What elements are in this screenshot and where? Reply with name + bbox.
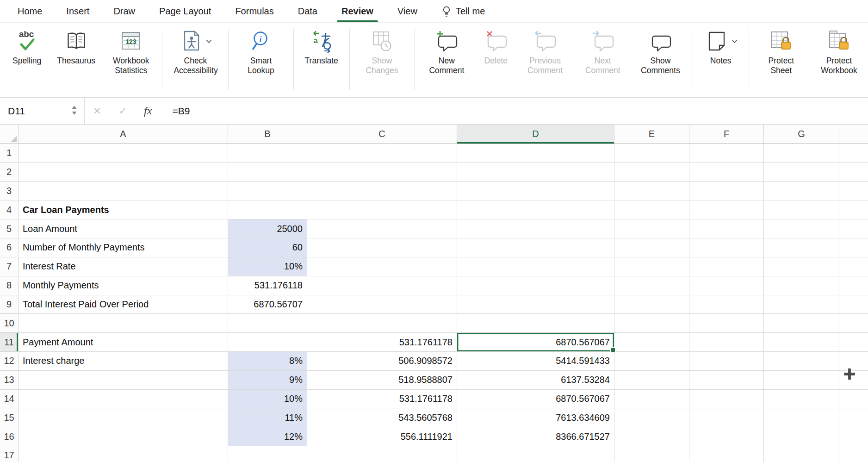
row-header-14[interactable]: 14 [0,390,19,409]
cell-g7[interactable] [764,257,839,276]
tab-formulas[interactable]: Formulas [223,0,285,22]
translate-button[interactable]: aTranslate [297,25,346,66]
row-header-8[interactable]: 8 [0,276,19,295]
cell-b5[interactable]: 25000 [228,219,307,238]
chevron-down-icon[interactable] [732,39,738,44]
cell-d5[interactable] [457,219,614,238]
cell-e16[interactable] [614,427,689,446]
cell-b2[interactable] [228,163,307,182]
row-header-6[interactable]: 6 [0,238,19,257]
cell-d10[interactable] [457,314,614,333]
cell-d9[interactable] [457,295,614,314]
chevron-down-icon[interactable] [206,39,212,44]
cell-b16[interactable]: 12% [228,427,307,446]
cell-f4[interactable] [689,200,764,219]
formula-input[interactable]: =B9 [172,106,190,117]
row-header-7[interactable]: 7 [0,257,19,276]
row-header-17[interactable]: 17 [0,446,19,462]
column-header-d[interactable]: D [457,125,614,144]
cell-a8[interactable]: Monthly Payments [19,276,228,295]
column-header-f[interactable]: F [689,125,764,144]
tab-page-layout[interactable]: Page Layout [147,0,223,22]
show-comments-button[interactable]: Show Comments [632,25,689,75]
select-all-button[interactable] [0,125,19,144]
row-header-15[interactable]: 15 [0,408,19,427]
cell-a15[interactable] [19,408,228,427]
cell-c9[interactable] [307,295,457,314]
cell-c16[interactable]: 556.1111921 [307,427,457,446]
check-accessibility-button[interactable]: Check Accessibility [166,25,225,75]
cell-e10[interactable] [614,314,689,333]
cell-a3[interactable] [19,182,228,201]
cell-a13[interactable] [19,371,228,390]
row-header-13[interactable]: 13 [0,371,19,390]
cell-a9[interactable]: Total Interest Paid Over Period [19,295,228,314]
cell-g17[interactable] [764,446,839,462]
protect-workbook-button[interactable]: Protect Workbook [810,25,868,75]
cell-e14[interactable] [614,390,689,409]
cell-e12[interactable] [614,352,689,371]
cell-f8[interactable] [689,276,764,295]
row-header-16[interactable]: 16 [0,427,19,446]
cell-a12[interactable]: Interest charge [19,352,228,371]
name-box[interactable]: D11 [0,98,84,124]
column-header-a[interactable]: A [19,125,228,144]
cell-a4[interactable]: Car Loan Payments [19,200,228,219]
cell-g4[interactable] [764,200,839,219]
cell-c4[interactable] [307,200,457,219]
row-header-10[interactable]: 10 [0,314,19,333]
cell-b17[interactable] [228,446,307,462]
cell-b14[interactable]: 10% [228,390,307,409]
cell-b13[interactable]: 9% [228,371,307,390]
cell-d7[interactable] [457,257,614,276]
cell-f7[interactable] [689,257,764,276]
tab-draw[interactable]: Draw [101,0,147,22]
insert-function-icon[interactable]: fx [144,105,152,117]
cell-g12[interactable] [764,352,839,371]
cell-b15[interactable]: 11% [228,408,307,427]
cell-g9[interactable] [764,295,839,314]
tab-insert[interactable]: Insert [54,0,101,22]
cell-a10[interactable] [19,314,228,333]
new-comment-button[interactable]: New Comment [418,25,476,75]
cell-f2[interactable] [689,163,764,182]
name-box-stepper-icon[interactable] [71,104,78,118]
cell-f11[interactable] [689,333,764,352]
spelling-button[interactable]: abcSpelling [5,25,49,75]
cell-a16[interactable] [19,427,228,446]
row-header-2[interactable]: 2 [0,163,19,182]
cell-d2[interactable] [457,163,614,182]
cell-c7[interactable] [307,257,457,276]
cell-c5[interactable] [307,219,457,238]
column-header-e[interactable]: E [614,125,689,144]
cell-d11[interactable]: 6870.567067 [457,333,614,352]
cell-d8[interactable] [457,276,614,295]
cell-g8[interactable] [764,276,839,295]
cancel-icon[interactable]: ✕ [93,106,101,117]
cell-b3[interactable] [228,182,307,201]
cell-c1[interactable] [307,144,457,163]
cell-f5[interactable] [689,219,764,238]
cell-b1[interactable] [228,144,307,163]
cell-f17[interactable] [689,446,764,462]
column-header-g[interactable]: G [764,125,839,144]
cell-b9[interactable]: 6870.56707 [228,295,307,314]
cell-g14[interactable] [764,390,839,409]
cell-d1[interactable] [457,144,614,163]
cell-g13[interactable] [764,371,839,390]
cell-e15[interactable] [614,408,689,427]
row-header-1[interactable]: 1 [0,144,19,163]
cell-f13[interactable] [689,371,764,390]
cell-b7[interactable]: 10% [228,257,307,276]
cell-f3[interactable] [689,182,764,201]
cell-f15[interactable] [689,408,764,427]
cell-f16[interactable] [689,427,764,446]
cell-b10[interactable] [228,314,307,333]
cell-d13[interactable]: 6137.53284 [457,371,614,390]
cell-g15[interactable] [764,408,839,427]
enter-icon[interactable]: ✓ [119,105,127,117]
cell-c15[interactable]: 543.5605768 [307,408,457,427]
tab-tell-me[interactable]: Tell me [429,0,497,22]
cell-c8[interactable] [307,276,457,295]
row-header-12[interactable]: 12 [0,352,19,371]
